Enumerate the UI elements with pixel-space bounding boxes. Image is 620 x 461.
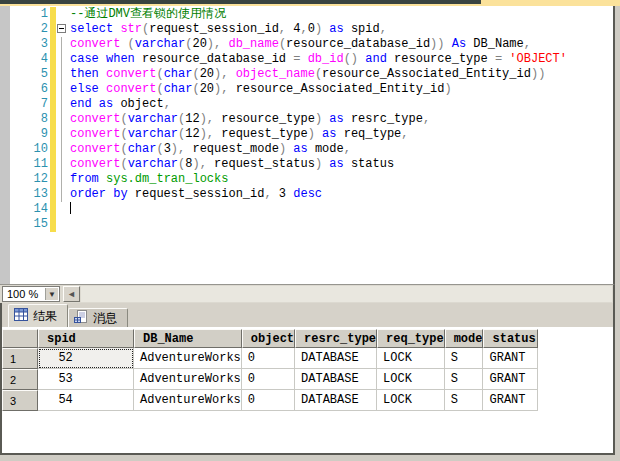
grid-cell[interactable]: 0	[242, 348, 295, 369]
code-text[interactable]	[70, 202, 611, 217]
row-header[interactable]: 3	[2, 390, 38, 411]
tab-messages[interactable]: 消息	[68, 308, 128, 327]
grid-cell[interactable]: DATABASE	[295, 369, 377, 390]
sql-token-keyword: end as	[70, 97, 120, 111]
change-tracking-bar	[50, 7, 56, 22]
editor-line[interactable]: 10convert(char(3), request_mode) as mode…	[0, 142, 611, 157]
grid-cell[interactable]: S	[445, 390, 484, 411]
change-tracking-bar	[50, 97, 56, 112]
editor-line[interactable]: 5then convert(char(20), object_name(reso…	[0, 67, 611, 82]
chevron-down-icon[interactable]: ▼	[45, 288, 58, 300]
zoom-level-select[interactable]: 100 % ▼	[2, 286, 60, 302]
grid-cell[interactable]: LOCK	[377, 369, 445, 390]
code-text[interactable]: --通过DMV查看锁的使用情况	[70, 7, 611, 22]
sql-token-identifier: 3	[164, 142, 171, 156]
grid-cell[interactable]: 0	[242, 369, 295, 390]
row-header[interactable]: 1	[2, 348, 38, 369]
column-header-mode[interactable]: mode	[445, 329, 484, 348]
sql-token-keyword: and	[365, 52, 394, 66]
column-header-object[interactable]: object	[242, 329, 295, 348]
horizontal-scrollbar[interactable]	[81, 286, 612, 302]
editor-line[interactable]: 9convert(varchar(12), request_type) as r…	[0, 127, 611, 142]
editor-line[interactable]: 12from sys.dm_tran_locks	[0, 172, 611, 187]
grid-cell[interactable]: AdventureWorks	[134, 390, 242, 411]
code-text[interactable]: convert(varchar(12), resource_type) as r…	[70, 112, 611, 127]
editor-line[interactable]: 13order by request_session_id, 3 desc	[0, 187, 611, 202]
grid-cell[interactable]: GRANT	[483, 369, 538, 390]
sql-token-operator: =	[293, 52, 307, 66]
sql-token-identifier: req_type	[344, 127, 402, 141]
column-header-resrc_type[interactable]: resrc_type	[295, 329, 377, 348]
text-caret	[70, 202, 71, 214]
sql-token-identifier: spid	[351, 22, 380, 36]
grid-cell[interactable]: S	[445, 369, 484, 390]
editor-line[interactable]: 2select str(request_session_id, 4,0) as …	[0, 22, 611, 37]
sql-token-function: convert	[70, 142, 120, 156]
sql-token-operator: (	[120, 127, 127, 141]
sql-token-function: db_id	[308, 52, 344, 66]
editor-line[interactable]: 3convert (varchar(20), db_name(resource_…	[0, 37, 611, 52]
grid-corner-cell[interactable]	[2, 329, 38, 348]
grid-cell[interactable]: GRANT	[483, 348, 538, 369]
sql-token-keyword: else	[70, 82, 106, 96]
change-tracking-bar	[50, 52, 56, 67]
column-header-req_type[interactable]: req_type	[377, 329, 445, 348]
sql-editor[interactable]: 1--通过DMV查看锁的使用情况2select str(request_sess…	[0, 6, 615, 284]
code-text[interactable]: convert(char(3), request_mode) as mode,	[70, 142, 611, 157]
sql-token-function: convert	[70, 127, 120, 141]
column-header-status[interactable]: status	[483, 329, 538, 348]
code-text[interactable]: case when resource_database_id = db_id()…	[70, 52, 611, 67]
change-tracking-bar	[50, 37, 56, 52]
fold-margin	[57, 202, 70, 217]
grid-cell[interactable]: DATABASE	[295, 348, 377, 369]
sql-token-identifier: 20	[200, 82, 214, 96]
editor-line[interactable]: 14	[0, 202, 611, 217]
sql-token-keyword: order by	[70, 187, 135, 201]
grid-cell[interactable]: AdventureWorks	[134, 348, 242, 369]
editor-line[interactable]: 7end as object,	[0, 97, 611, 112]
grid-cell[interactable]: 0	[242, 390, 295, 411]
editor-line[interactable]: 8convert(varchar(12), resource_type) as …	[0, 112, 611, 127]
grid-cell[interactable]: LOCK	[377, 348, 445, 369]
grid-cell[interactable]: 53	[38, 369, 134, 390]
code-text[interactable]: convert(varchar(8), request_status) as s…	[70, 157, 611, 172]
grid-cell[interactable]: 52	[38, 348, 134, 369]
scroll-left-button[interactable]: ◄	[63, 286, 80, 302]
editor-indicator-margin	[0, 6, 10, 284]
editor-line[interactable]: 15	[0, 217, 611, 232]
change-tracking-bar	[50, 217, 56, 232]
grid-cell[interactable]: DATABASE	[295, 390, 377, 411]
code-text[interactable]: order by request_session_id, 3 desc	[70, 187, 611, 202]
sql-token-keyword: then	[70, 67, 106, 81]
results-grid-area: spidDB_Nameobjectresrc_typereq_typemodes…	[2, 327, 613, 453]
fold-margin	[57, 127, 70, 142]
code-text[interactable]: end as object,	[70, 97, 611, 112]
sql-token-operator: ))	[531, 67, 545, 81]
code-text[interactable]: convert(varchar(12), request_type) as re…	[70, 127, 611, 142]
sql-token-identifier: 0	[308, 22, 315, 36]
grid-cell[interactable]: LOCK	[377, 390, 445, 411]
grid-cell[interactable]: AdventureWorks	[134, 369, 242, 390]
code-text[interactable]: from sys.dm_tran_locks	[70, 172, 611, 187]
collapse-region-icon[interactable]	[57, 24, 66, 33]
sql-token-identifier: DB_Name	[473, 37, 523, 51]
tab-results[interactable]: 结果	[8, 304, 68, 327]
code-text[interactable]: convert (varchar(20), db_name(resource_d…	[70, 37, 611, 52]
editor-line[interactable]: 1--通过DMV查看锁的使用情况	[0, 7, 611, 22]
grid-cell[interactable]: 54	[38, 390, 134, 411]
code-text[interactable]: else convert(char(20), resource_Associat…	[70, 82, 611, 97]
editor-line[interactable]: 4case when resource_database_id = db_id(…	[0, 52, 611, 67]
column-header-DB_Name[interactable]: DB_Name	[134, 329, 242, 348]
sql-token-function: convert	[106, 82, 156, 96]
grid-cell[interactable]: GRANT	[483, 390, 538, 411]
editor-line[interactable]: 6else convert(char(20), resource_Associa…	[0, 82, 611, 97]
editor-line[interactable]: 11convert(varchar(8), request_status) as…	[0, 157, 611, 172]
code-text[interactable]: select str(request_session_id, 4,0) as s…	[70, 22, 611, 37]
fold-margin	[57, 37, 70, 52]
grid-cell[interactable]: S	[445, 348, 484, 369]
sql-token-keyword: from	[70, 172, 106, 186]
code-text[interactable]	[70, 217, 611, 232]
row-header[interactable]: 2	[2, 369, 38, 390]
code-text[interactable]: then convert(char(20), object_name(resou…	[70, 67, 611, 82]
column-header-spid[interactable]: spid	[38, 329, 134, 348]
